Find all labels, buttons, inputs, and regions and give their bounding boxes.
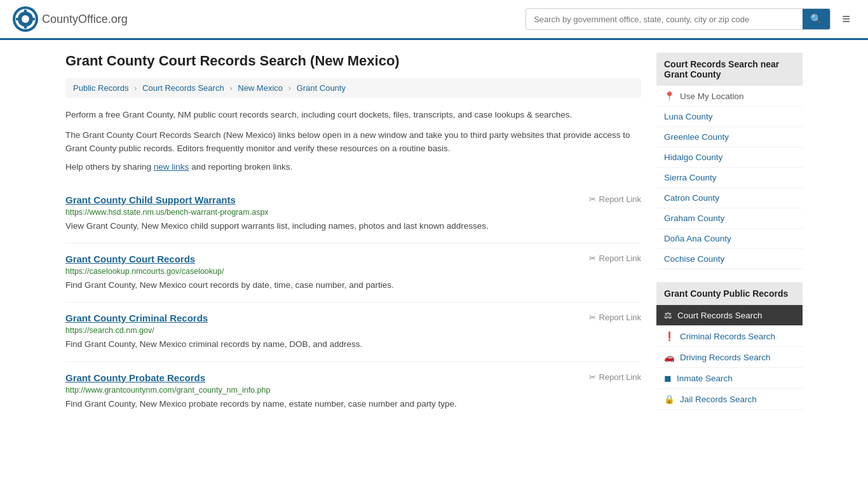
nearby-county-item[interactable]: Catron County	[656, 188, 803, 208]
driving-icon: 🚗	[664, 352, 675, 362]
driving-records-label: Driving Records Search	[680, 353, 771, 362]
nearby-section-title: Court Records Search near Grant County	[656, 53, 803, 86]
records-list: Grant County Child Support Warrants ✂ Re…	[65, 184, 641, 421]
record-url-1[interactable]: https://caselookup.nmcourts.gov/caselook…	[65, 267, 641, 276]
nearby-county-item[interactable]: Cochise County	[656, 249, 803, 269]
logo-icon	[13, 6, 38, 32]
svg-rect-7	[30, 18, 35, 20]
nearby-county-item[interactable]: Sierra County	[656, 168, 803, 188]
scissors-icon-1: ✂	[589, 254, 596, 263]
record-title-3[interactable]: Grant County Probate Records	[65, 372, 205, 383]
public-records-list: ⚖ Court Records Search ❗ Criminal Record…	[656, 305, 803, 410]
nearby-county-link-4[interactable]: Catron County	[656, 188, 803, 208]
new-links-link[interactable]: new links	[154, 162, 189, 172]
hamburger-button[interactable]: ≡	[837, 8, 855, 30]
nearby-county-item[interactable]: Hidalgo County	[656, 147, 803, 168]
inmate-search-link[interactable]: ◼ Inmate Search	[656, 368, 803, 388]
nearby-county-link-1[interactable]: Greenlee County	[656, 127, 803, 147]
sidebar: Court Records Search near Grant County 📍…	[656, 53, 803, 423]
main-container: Grant County Court Records Search (New M…	[53, 40, 815, 435]
use-location-link[interactable]: 📍 Use My Location	[656, 86, 803, 106]
criminal-icon: ❗	[664, 331, 675, 341]
record-desc-2: Find Grant County, New Mexico criminal r…	[65, 338, 641, 351]
nearby-county-item[interactable]: Luna County	[656, 107, 803, 127]
record-title-0[interactable]: Grant County Child Support Warrants	[65, 194, 236, 205]
use-location-label: Use My Location	[680, 92, 744, 101]
nearby-county-link-6[interactable]: Doña Ana County	[656, 229, 803, 248]
report-link-1[interactable]: ✂ Report Link	[589, 254, 641, 263]
header-right: 🔍 ≡	[526, 8, 855, 30]
record-title-2[interactable]: Grant County Criminal Records	[65, 313, 208, 323]
report-link-3[interactable]: ✂ Report Link	[589, 372, 641, 382]
public-records-section: Grant County Public Records ⚖ Court Reco…	[656, 282, 803, 410]
record-item: Grant County Court Records ✂ Report Link…	[65, 243, 641, 302]
svg-rect-6	[16, 18, 21, 20]
court-icon: ⚖	[664, 310, 672, 320]
record-url-0[interactable]: https://www.hsd.state.nm.us/bench-warran…	[65, 208, 641, 217]
record-url-3[interactable]: http://www.grantcountynm.com/grant_count…	[65, 386, 641, 395]
nearby-section: Court Records Search near Grant County 📍…	[656, 53, 803, 269]
jail-records-label: Jail Records Search	[680, 395, 757, 404]
breadcrumb-grant-county[interactable]: Grant County	[297, 83, 346, 93]
nearby-county-link-5[interactable]: Graham County	[656, 208, 803, 228]
page-title: Grant County Court Records Search (New M…	[65, 53, 641, 69]
record-item: Grant County Child Support Warrants ✂ Re…	[65, 184, 641, 243]
inmate-icon: ◼	[664, 373, 672, 383]
public-records-item[interactable]: 🚗 Driving Records Search	[656, 347, 803, 368]
record-title-1[interactable]: Grant County Court Records	[65, 254, 195, 264]
nearby-county-item[interactable]: Graham County	[656, 208, 803, 229]
record-desc-3: Find Grant County, New Mexico probate re…	[65, 398, 641, 410]
jail-records-link[interactable]: 🔒 Jail Records Search	[656, 389, 803, 409]
breadcrumb-public-records[interactable]: Public Records	[73, 83, 128, 93]
inmate-search-label: Inmate Search	[677, 374, 733, 383]
jail-icon: 🔒	[664, 394, 675, 404]
nearby-county-item[interactable]: Greenlee County	[656, 127, 803, 147]
logo-area: CountyOffice.org	[13, 6, 128, 32]
record-url-2[interactable]: https://search.cd.nm.gov/	[65, 326, 641, 335]
nearby-county-link-7[interactable]: Cochise County	[656, 249, 803, 269]
public-records-item-active[interactable]: ⚖ Court Records Search	[656, 305, 803, 326]
intro-paragraph-1: Perform a free Grant County, NM public c…	[65, 108, 641, 122]
court-records-label: Court Records Search	[677, 311, 763, 320]
svg-point-3	[22, 15, 29, 23]
court-records-search-link[interactable]: ⚖ Court Records Search	[656, 305, 803, 325]
header: CountyOffice.org 🔍 ≡	[0, 0, 868, 40]
nearby-county-link-0[interactable]: Luna County	[656, 107, 803, 126]
nearby-county-link-2[interactable]: Hidalgo County	[656, 147, 803, 167]
breadcrumb-court-records[interactable]: Court Records Search	[142, 83, 224, 93]
report-link-0[interactable]: ✂ Report Link	[589, 194, 641, 204]
location-pin-icon: 📍	[664, 91, 675, 101]
search-input[interactable]	[526, 10, 803, 29]
criminal-records-link[interactable]: ❗ Criminal Records Search	[656, 326, 803, 346]
scissors-icon-0: ✂	[589, 194, 596, 204]
svg-rect-5	[24, 24, 27, 29]
record-desc-0: View Grant County, New Mexico child supp…	[65, 220, 641, 233]
scissors-icon-2: ✂	[589, 313, 596, 322]
content-area: Grant County Court Records Search (New M…	[65, 53, 641, 423]
nearby-county-item[interactable]: Doña Ana County	[656, 229, 803, 249]
public-records-item[interactable]: ❗ Criminal Records Search	[656, 326, 803, 347]
use-location-item[interactable]: 📍 Use My Location	[656, 86, 803, 107]
nearby-list: 📍 Use My Location Luna County Greenlee C…	[656, 86, 803, 269]
public-records-section-title: Grant County Public Records	[656, 282, 803, 305]
scissors-icon-3: ✂	[589, 372, 596, 382]
intro-paragraph-2: The Grant County Court Records Search (N…	[65, 128, 641, 156]
record-item: Grant County Probate Records ✂ Report Li…	[65, 362, 641, 421]
svg-rect-4	[24, 10, 27, 15]
criminal-records-label: Criminal Records Search	[680, 332, 775, 341]
report-link-2[interactable]: ✂ Report Link	[589, 313, 641, 322]
breadcrumb-new-mexico[interactable]: New Mexico	[238, 83, 283, 93]
search-button[interactable]: 🔍	[803, 9, 830, 29]
breadcrumb: Public Records › Court Records Search › …	[65, 78, 641, 98]
public-records-item[interactable]: 🔒 Jail Records Search	[656, 389, 803, 410]
record-desc-1: Find Grant County, New Mexico court reco…	[65, 279, 641, 292]
share-text: Help others by sharing new links and rep…	[65, 162, 641, 172]
nearby-county-link-3[interactable]: Sierra County	[656, 168, 803, 187]
record-item: Grant County Criminal Records ✂ Report L…	[65, 302, 641, 362]
logo-text: CountyOffice.org	[42, 13, 128, 26]
search-bar: 🔍	[526, 8, 831, 30]
driving-records-link[interactable]: 🚗 Driving Records Search	[656, 347, 803, 367]
public-records-item[interactable]: ◼ Inmate Search	[656, 368, 803, 389]
